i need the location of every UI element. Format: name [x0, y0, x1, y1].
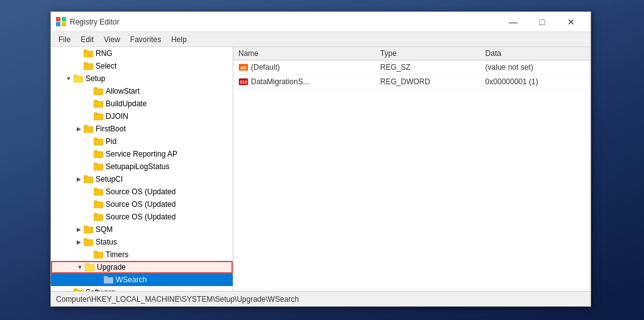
svg-rect-27	[94, 214, 103, 221]
status-path: Computer\HKEY_LOCAL_MACHINE\SYSTEM\Setup…	[56, 295, 299, 304]
svg-text:ab: ab	[240, 65, 246, 70]
expand-setupci[interactable]: ▶	[74, 174, 84, 184]
status-bar: Computer\HKEY_LOCAL_MACHINE\SYSTEM\Setup…	[51, 291, 591, 306]
expand-software[interactable]: ▶	[64, 287, 74, 291]
svg-rect-14	[84, 125, 87, 127]
tree-item-upgrade[interactable]: ▼ Upgrade	[51, 261, 233, 273]
folder-icon	[84, 62, 94, 70]
svg-rect-17	[94, 152, 103, 158]
tree-item-firstboot[interactable]: ▶ FirstBoot	[51, 123, 233, 135]
folder-icon	[94, 200, 104, 209]
tree-label-software: Software	[86, 288, 115, 291]
tree-label-firstboot: FirstBoot	[96, 124, 126, 133]
tree-item-sourceos1[interactable]: Source OS (Updated	[51, 185, 233, 198]
svg-rect-15	[94, 139, 103, 145]
svg-rect-33	[94, 252, 103, 258]
tree-item-allowstart[interactable]: AllowStart	[51, 85, 233, 97]
value-icon-dword: 010	[238, 77, 248, 87]
tree-panel[interactable]: RNG Select ▼	[51, 47, 233, 291]
menu-favorites[interactable]: Favorites	[125, 34, 166, 45]
tree-label-sourceos1: Source OS (Updated	[106, 187, 175, 196]
svg-rect-21	[84, 177, 93, 183]
tree-label-setup: Setup	[86, 74, 105, 83]
maximize-button[interactable]: □	[528, 12, 557, 32]
value-name-default: ab (Default)	[233, 60, 375, 75]
folder-icon	[84, 225, 94, 234]
expand-firstboot[interactable]: ▶	[74, 124, 84, 134]
svg-rect-38	[104, 276, 108, 278]
value-type-dword: REG_DWORD	[375, 75, 480, 89]
tree-item-sqm[interactable]: ▶ SQM	[51, 223, 233, 236]
svg-rect-25	[94, 202, 103, 208]
tree-item-wsearch[interactable]: WSearch	[51, 273, 233, 286]
tree-item-djoin[interactable]: DJOIN	[51, 110, 233, 123]
table-row[interactable]: ab (Default) REG_SZ (value not set)	[233, 60, 591, 75]
tree-label-status: Status	[96, 238, 117, 246]
tree-label-setupapilogstatus: SetupapiLogStatus	[106, 162, 169, 171]
tree-item-sourceos2[interactable]: Source OS (Updated	[51, 198, 233, 211]
svg-rect-4	[74, 76, 83, 82]
svg-rect-9	[94, 101, 103, 108]
tree-item-rng[interactable]: RNG	[51, 47, 233, 60]
tree-label-sourceos2: Source OS (Updated	[106, 200, 175, 209]
folder-icon	[94, 162, 104, 171]
close-button[interactable]: ✕	[557, 12, 586, 32]
folder-icon	[84, 124, 94, 133]
svg-rect-11	[94, 114, 103, 120]
folder-icon	[94, 150, 104, 158]
menu-file[interactable]: File	[53, 34, 75, 45]
col-name: Name	[233, 47, 375, 60]
minimize-button[interactable]: —	[499, 12, 528, 32]
expand-sqm[interactable]: ▶	[74, 224, 84, 234]
tree-item-pid[interactable]: Pid	[51, 135, 233, 148]
menu-bar: File Edit View Favorites Help	[51, 32, 591, 47]
expand-status[interactable]: ▶	[74, 237, 84, 247]
tree-item-setup[interactable]: ▼ Setup	[51, 72, 233, 85]
svg-rect-5	[74, 75, 77, 77]
svg-rect-18	[94, 150, 97, 152]
tree-item-buildupdate[interactable]: BuildUpdate	[51, 97, 233, 110]
tree-label-timers: Timers	[106, 250, 128, 259]
col-data: Data	[480, 47, 591, 60]
tree-label-wsearch: WSearch	[116, 275, 147, 284]
expand-setup[interactable]: ▼	[64, 74, 74, 84]
tree-label-select: Select	[96, 62, 116, 70]
menu-edit[interactable]: Edit	[75, 34, 99, 45]
svg-rect-36	[85, 263, 89, 265]
value-name-datamigration: 010 DataMigrationS...	[233, 75, 375, 89]
registry-editor-window: Registry Editor — □ ✕ File Edit View Fav…	[50, 11, 591, 307]
svg-rect-40	[74, 289, 77, 290]
tree-item-select[interactable]: Select	[51, 60, 233, 72]
menu-view[interactable]: View	[99, 34, 125, 45]
tree-item-servicereporting[interactable]: Service Reporting AP	[51, 148, 233, 160]
svg-rect-8	[94, 87, 97, 89]
tree-label-djoin: DJOIN	[106, 112, 128, 121]
folder-icon	[94, 99, 104, 108]
svg-rect-16	[94, 138, 97, 140]
table-row[interactable]: 010 DataMigrationS... REG_DWORD 0x000000…	[233, 75, 591, 89]
tree-label-buildupdate: BuildUpdate	[106, 99, 147, 108]
tree-item-sourceos3[interactable]: Source OS (Updated	[51, 211, 233, 223]
svg-text:010: 010	[240, 80, 247, 84]
tree-label-setupci: SetupCI	[96, 175, 123, 184]
tree-item-setupapilogstatus[interactable]: SetupapiLogStatus	[51, 160, 233, 173]
folder-icon	[94, 187, 104, 196]
title-bar-left: Registry Editor	[56, 17, 119, 27]
svg-rect-7	[94, 89, 103, 95]
folder-icon	[104, 275, 114, 284]
svg-rect-3	[84, 62, 87, 64]
menu-help[interactable]: Help	[166, 34, 192, 45]
tree-item-status[interactable]: ▶ Status	[51, 236, 233, 248]
svg-rect-30	[84, 226, 87, 228]
expand-upgrade[interactable]: ▼	[75, 262, 85, 272]
tree-item-software[interactable]: ▶ Software	[51, 286, 233, 291]
folder-icon	[74, 288, 84, 291]
tree-item-setupci[interactable]: ▶ SetupCI	[51, 173, 233, 185]
svg-rect-26	[94, 201, 97, 202]
tree-label-sourceos3: Source OS (Updated	[106, 212, 175, 221]
tree-item-timers[interactable]: Timers	[51, 248, 233, 261]
svg-rect-29	[84, 227, 93, 233]
folder-icon	[84, 238, 94, 246]
folder-icon-open	[85, 263, 95, 272]
tree-label-sqm: SQM	[96, 225, 113, 234]
